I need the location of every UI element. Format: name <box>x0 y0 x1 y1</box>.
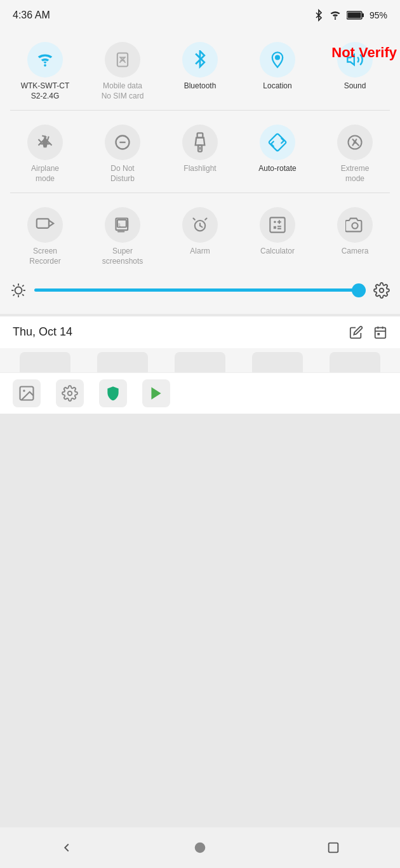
svg-point-55 <box>23 390 25 392</box>
settings-shortcut-icon <box>62 385 78 402</box>
mobile-data-tile[interactable]: Mobile dataNo SIM card <box>91 42 154 101</box>
svg-point-36 <box>274 221 276 224</box>
brightness-slider[interactable] <box>34 284 366 297</box>
autorotate-icon-wrap <box>260 125 295 160</box>
svg-rect-2 <box>362 13 364 17</box>
screen-recorder-label: ScreenRecorder <box>29 247 60 266</box>
date-text: Thu, Oct 14 <box>13 325 72 339</box>
wifi-status-icon <box>329 10 342 20</box>
wifi-tile[interactable]: WTK-SWT-CTS2-2.4G <box>13 42 77 101</box>
shield-icon <box>105 385 121 402</box>
wifi-icon-wrap <box>27 42 63 78</box>
dnd-label: Do NotDisturb <box>110 164 135 184</box>
home-button[interactable] <box>184 832 216 864</box>
extreme-label: Extrememode <box>341 164 370 184</box>
flashlight-icon <box>192 132 208 153</box>
partial-tile-4 <box>252 352 303 372</box>
flashlight-tile[interactable]: Flashlight <box>168 125 232 174</box>
divider-2 <box>10 193 390 193</box>
camera-icon-wrap <box>337 207 373 243</box>
airplane-label: Airplanemode <box>31 164 59 184</box>
autorotate-tile[interactable]: Auto-rotate <box>246 125 309 174</box>
quick-settings-row-1: WTK-SWT-CTS2-2.4G Mobile dataNo SIM card <box>0 31 400 107</box>
calculator-tile[interactable]: Calculator <box>246 207 309 257</box>
svg-line-28 <box>194 219 195 220</box>
flashlight-icon-wrap <box>182 125 218 160</box>
brightness-gear-icon[interactable] <box>373 282 390 299</box>
home-icon <box>193 841 207 855</box>
calendar-icon[interactable] <box>373 325 387 339</box>
svg-point-38 <box>352 223 357 229</box>
partial-tile-2 <box>97 352 148 372</box>
date-row: Thu, Oct 14 <box>0 316 400 348</box>
location-icon-wrap <box>260 42 295 78</box>
svg-point-4 <box>44 64 46 67</box>
svg-rect-53 <box>377 332 380 335</box>
settings-shortcut[interactable] <box>56 379 84 407</box>
super-screenshots-tile[interactable]: S Superscreenshots <box>91 207 154 266</box>
security-shortcut[interactable] <box>99 379 127 407</box>
sound-label: Sound <box>344 81 366 92</box>
calculator-label: Calculator <box>260 247 295 257</box>
svg-rect-3 <box>347 13 361 18</box>
back-button[interactable] <box>51 832 83 864</box>
recents-button[interactable] <box>317 832 349 864</box>
quick-settings-panel: WTK-SWT-CTS2-2.4G Mobile dataNo SIM card <box>0 31 400 314</box>
mobile-data-label: Mobile dataNo SIM card <box>102 81 144 101</box>
super-screenshots-label: Superscreenshots <box>102 247 143 266</box>
bluetooth-icon <box>193 50 207 69</box>
date-action-icons <box>349 325 387 339</box>
alarm-icon-wrap <box>182 207 218 243</box>
camera-tile[interactable]: Camera <box>323 207 387 257</box>
alarm-label: Alarm <box>190 247 210 257</box>
navigation-bar <box>0 827 400 868</box>
svg-marker-21 <box>49 220 53 227</box>
app-shortcuts-bar <box>0 372 400 414</box>
svg-line-27 <box>200 226 203 227</box>
svg-point-56 <box>68 391 72 395</box>
brightness-sun-icon <box>10 282 27 299</box>
flashlight-label: Flashlight <box>183 164 216 174</box>
svg-point-0 <box>335 18 337 20</box>
brightness-row <box>0 273 400 308</box>
play-store-shortcut[interactable] <box>142 379 170 407</box>
airplane-tile[interactable]: Airplanemode <box>13 125 77 184</box>
screen-recorder-icon <box>36 217 55 233</box>
svg-marker-57 <box>151 387 161 400</box>
location-tile[interactable]: Location <box>246 42 309 92</box>
bluetooth-tile[interactable]: Bluetooth <box>168 42 232 92</box>
edit-icon[interactable] <box>349 325 363 339</box>
location-label: Location <box>263 81 291 92</box>
svg-line-47 <box>13 294 15 295</box>
recents-icon <box>326 841 340 855</box>
wifi-icon <box>36 52 55 67</box>
screen-recorder-tile[interactable]: ScreenRecorder <box>13 207 77 266</box>
quick-settings-row-3: ScreenRecorder S Superscreenshots <box>0 196 400 273</box>
autorotate-label: Auto-rotate <box>258 164 296 174</box>
svg-point-19 <box>354 141 357 144</box>
airplane-icon-wrap <box>27 125 63 160</box>
svg-point-48 <box>380 288 384 292</box>
autorotate-icon <box>268 133 287 152</box>
alarm-tile[interactable]: Alarm <box>168 207 232 257</box>
battery-icon <box>347 10 364 20</box>
gallery-shortcut[interactable] <box>13 379 41 407</box>
svg-text:S: S <box>117 222 121 229</box>
status-time: 4:36 AM <box>13 10 50 21</box>
dnd-icon-wrap <box>105 125 140 160</box>
partial-tile-3 <box>175 352 225 372</box>
alarm-icon <box>191 216 209 234</box>
partial-icons-row <box>0 348 400 372</box>
extreme-tile[interactable]: Extrememode <box>323 125 387 184</box>
dnd-tile[interactable]: Do NotDisturb <box>91 125 154 184</box>
camera-label: Camera <box>342 247 369 257</box>
partial-tile-1 <box>20 352 70 372</box>
partial-tile-5 <box>330 352 380 372</box>
super-screenshots-icon-wrap: S <box>105 207 140 243</box>
svg-line-46 <box>22 285 23 286</box>
svg-point-58 <box>195 843 206 853</box>
back-icon <box>60 841 74 855</box>
svg-line-44 <box>13 285 15 286</box>
svg-rect-37 <box>270 218 284 233</box>
svg-point-10 <box>276 56 279 60</box>
